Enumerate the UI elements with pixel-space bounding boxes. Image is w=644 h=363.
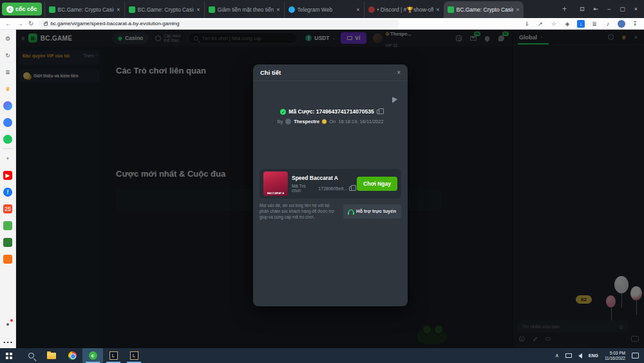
bet-details-modal: Chi tiết × ✓ Mã Cược: 174964374171407053…: [253, 64, 408, 306]
tab-close-icon[interactable]: ×: [276, 6, 279, 13]
address-bar[interactable]: bc.game/vi/game/speed-baccarat-a-by-evol…: [39, 19, 399, 28]
coccoc-brand-label: cốc cốc: [15, 6, 37, 12]
bcgame-favicon: [129, 6, 135, 13]
close-button[interactable]: ×: [634, 6, 638, 12]
coccoc-taskbar-button[interactable]: c: [82, 348, 103, 363]
reading-list-icon[interactable]: ≣: [3, 67, 13, 77]
clock[interactable]: 5:03 PM 11/16/2022: [605, 351, 625, 361]
messenger-icon: [3, 101, 12, 110]
bookmarks-crown-icon: ♛: [3, 84, 12, 93]
windows-icon: [6, 353, 8, 355]
games-icon[interactable]: [3, 134, 13, 144]
browser-tab[interactable]: Giảm tiền mặt theo tiến hóa!×: [204, 1, 284, 18]
taskbar-search-button[interactable]: [21, 348, 41, 363]
maximize-button[interactable]: ▢: [620, 6, 625, 12]
tab-close-icon[interactable]: ×: [196, 6, 200, 13]
tab-title: BC.Game: Crypto Casino Gan: [457, 6, 514, 13]
leaf-app-icon: [3, 238, 12, 247]
messenger-icon[interactable]: [3, 101, 13, 110]
game-thumbnail: BACCARAT A: [263, 172, 288, 196]
forward-button[interactable]: →: [17, 20, 23, 27]
bookmark-star-icon[interactable]: ☆: [550, 20, 558, 28]
system-tray: ∧ ENG 5:03 PM 11/16/2022: [555, 351, 644, 361]
coccoc-news-icon[interactable]: [3, 117, 13, 127]
support-label: Hỗ trợ trực tuyến: [356, 208, 396, 214]
bookmarks-crown-icon[interactable]: ♛: [3, 84, 13, 93]
download-manager-icon[interactable]: ↓: [577, 20, 585, 28]
shopee-sale-icon: 25: [3, 204, 12, 213]
player-name[interactable]: Thespectre: [294, 119, 319, 124]
tab-close-icon[interactable]: ×: [516, 6, 519, 13]
media-control-icon[interactable]: ♪: [604, 20, 612, 28]
facebook-icon[interactable]: f: [3, 187, 13, 197]
copy-icon[interactable]: [349, 186, 353, 191]
bcgame-favicon: [448, 6, 454, 13]
coccoc-brand-button[interactable]: c cốc cốc: [2, 3, 42, 15]
tab-title: Giảm tiền mặt theo tiến hóa!: [218, 6, 274, 13]
action-center-icon[interactable]: [632, 353, 639, 358]
telegram-favicon: [289, 6, 295, 13]
share-icon[interactable]: [392, 97, 397, 103]
settings-icon[interactable]: ⚙: [3, 34, 13, 43]
file-explorer-button[interactable]: [41, 348, 62, 363]
chrome-button[interactable]: [62, 348, 82, 363]
url-text: bc.game/vi/game/speed-baccarat-a-by-evol…: [50, 21, 179, 26]
volume-icon[interactable]: [578, 353, 582, 358]
back-button[interactable]: ←: [5, 20, 12, 27]
tab-close-icon[interactable]: ×: [436, 6, 439, 13]
downloads-tray-icon[interactable]: ↧: [631, 20, 639, 28]
browser-tab[interactable]: Telegram Web×: [284, 1, 364, 18]
bcgame-favicon: [49, 6, 55, 13]
reading-list-icon: ≣: [3, 68, 12, 77]
copy-icon[interactable]: [377, 110, 381, 114]
support-note-row: Mọi vấn đề, xin vui lòng liên hệ với bộ …: [260, 202, 401, 220]
profile-avatar-icon[interactable]: [618, 20, 625, 28]
start-button[interactable]: [0, 348, 21, 363]
rail-divider: [3, 148, 13, 149]
close-icon[interactable]: ×: [397, 69, 401, 76]
green-app-icon[interactable]: [3, 221, 13, 230]
tab-title: BC.Game: Crypto Casino Gan: [138, 6, 194, 13]
notification-dot: [10, 319, 13, 322]
browser-side-rail: ⚙↻≣♛+▶f25●⋯: [0, 30, 16, 348]
pin-sidebar-icon[interactable]: ⇤: [594, 6, 599, 12]
new-tab-button[interactable]: +: [556, 5, 573, 14]
browser-tab[interactable]: • Discord | #🏆show-off-you×: [364, 1, 444, 18]
shopee-sale-icon[interactable]: 25: [3, 204, 13, 213]
tab-close-icon[interactable]: ×: [356, 6, 359, 13]
browser-tab[interactable]: BC.Game: Crypto Casino Gan×: [44, 1, 124, 18]
browser-tab[interactable]: BC.Game: Crypto Casino Gan×: [124, 1, 204, 18]
time: 5:03 PM: [605, 351, 625, 356]
tab-close-icon[interactable]: ×: [117, 6, 120, 13]
share-icon[interactable]: ↗: [536, 20, 544, 28]
youtube-icon[interactable]: ▶: [3, 170, 13, 180]
cart-app-icon: [3, 255, 12, 264]
settings-icon: ⚙: [3, 34, 12, 43]
language-indicator[interactable]: ENG: [589, 353, 598, 358]
rail-bell-icon[interactable]: ●: [3, 319, 13, 329]
add-shortcut-icon[interactable]: +: [3, 153, 13, 163]
bcgame-page: ≡ B BC.GAME ◆ Casino Các môn thể thao T: [16, 30, 644, 348]
league-client-button[interactable]: L: [103, 348, 124, 363]
support-note: Mọi vấn đề, xin vui lòng liên hệ với bộ …: [260, 202, 338, 220]
history-icon[interactable]: ↻: [3, 50, 13, 60]
cart-app-icon[interactable]: [3, 254, 13, 264]
bet-datetime: 16:18:19, 16/11/2022: [338, 119, 383, 124]
network-icon[interactable]: [565, 353, 572, 358]
leaf-app-icon[interactable]: [3, 237, 13, 247]
bet-id-row: ✓ Mã Cược: 1749643741714070535: [253, 108, 408, 115]
minimize-button[interactable]: –: [607, 6, 611, 12]
league-game-button[interactable]: L: [124, 348, 144, 363]
adblock-shield-icon[interactable]: ◈: [564, 20, 571, 28]
save-page-icon[interactable]: ⇓: [523, 20, 531, 28]
tab-strip: BC.Game: Crypto Casino Gan×BC.Game: Cryp…: [44, 0, 556, 18]
play-now-button[interactable]: Chơi Ngay: [357, 177, 397, 191]
hidden-icons-button[interactable]: ∧: [555, 353, 559, 358]
reading-list-icon[interactable]: ≣: [591, 20, 598, 28]
tab-preview-icon[interactable]: ⊡: [580, 6, 585, 12]
live-support-button[interactable]: Hỗ trợ trực tuyến: [343, 204, 401, 219]
reload-button[interactable]: ↻: [28, 20, 33, 27]
tab-title: Telegram Web: [298, 6, 354, 13]
browser-tab[interactable]: BC.Game: Crypto Casino Gan×: [444, 1, 524, 18]
rail-more-icon[interactable]: ⋯: [3, 336, 13, 348]
